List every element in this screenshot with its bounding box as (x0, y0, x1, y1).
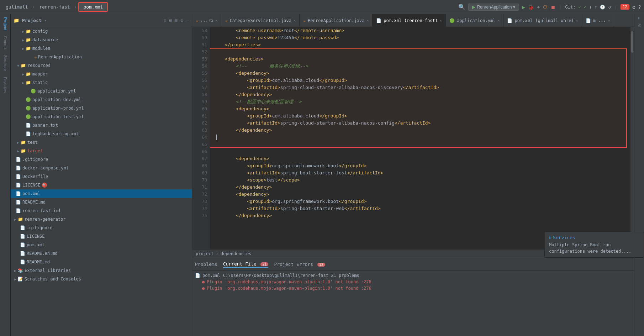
tab-renren-app[interactable]: ☕ RenrenApplication.java ✕ (300, 14, 373, 27)
tree-label-config: config (32, 29, 48, 34)
tab-app-yml[interactable]: 🟢 application.yml ✕ (446, 14, 503, 27)
tree-item-gen-license[interactable]: 📄 LICENSE (11, 232, 192, 241)
tree-item-readme-en[interactable]: 📄 README.en.md (11, 249, 192, 258)
code-line-22: <scope>test</scope> (213, 177, 630, 184)
tree-label-gen-readme: README.md (27, 259, 50, 264)
gradle-icon[interactable]: ≡ (637, 17, 642, 19)
error-badge[interactable]: 12 (621, 4, 629, 10)
tab-problems[interactable]: Problems (195, 261, 217, 268)
search-icon[interactable]: 🔍 (458, 4, 465, 10)
tree-item-readme[interactable]: 📄 README.md (11, 198, 192, 206)
tab-pom-fast[interactable]: 📄 pom.xml (renren-fast) ✕ (373, 14, 446, 27)
docker-icon-dockerfile: 📄 (16, 174, 21, 179)
coverage-button[interactable]: ☂ (537, 4, 540, 10)
git-rollback[interactable]: ↺ (608, 5, 611, 10)
tree-item-test[interactable]: ▶ 📁 test (11, 138, 192, 147)
structure-icon[interactable]: Structure (3, 55, 7, 71)
tab-ra[interactable]: ☕ ...ra ✕ (192, 14, 221, 27)
tree-label-logback: logback-spring.xml (32, 131, 79, 136)
tree-item-gen-readme[interactable]: 📄 README.md (11, 258, 192, 266)
code-line-15: </dependency> (213, 127, 630, 134)
close-icon-tab6[interactable]: ✕ (576, 19, 578, 22)
tree-item-scratches[interactable]: ▶ 📝 Scratches and Consoles (11, 275, 192, 283)
vertical-scrollbar[interactable] (630, 27, 634, 249)
locate-icon[interactable]: ⊙ (164, 18, 167, 23)
help-icon[interactable]: ? (638, 4, 641, 10)
commit-icon[interactable]: Commit (3, 36, 7, 49)
xml-icon-pom: 📄 (16, 191, 21, 196)
tree-item-license[interactable]: 📄 LICENSE 🔍 (11, 181, 192, 189)
arrow-modules: ▶ (21, 47, 26, 51)
close-icon[interactable]: — (186, 18, 189, 23)
tree-item-config[interactable]: ▶ 📁 config (11, 27, 192, 36)
maven-icon[interactable]: M (637, 23, 642, 27)
tab-current-file[interactable]: Current File 21 (223, 261, 269, 268)
tree-item-logback[interactable]: 📄 logback-spring.xml (11, 130, 192, 138)
tree-item-pomxml[interactable]: 📄 pom.xml (11, 189, 192, 198)
close-icon-tab7[interactable]: ✕ (608, 19, 610, 22)
scrollbar-thumb[interactable] (631, 31, 633, 53)
tab-pom-ware[interactable]: 📄 pom.xml (gulimall-ware) ✕ (503, 14, 582, 27)
tree-item-static[interactable]: ▶ 📁 static (11, 78, 192, 87)
expand-icon[interactable]: ⊞ (175, 18, 178, 23)
tree-item-docker-compose[interactable]: 📄 docker-compose.yml (11, 164, 192, 172)
tree-item-generator[interactable]: ▶ 📁 renren-generator (11, 215, 192, 224)
tab-m-dots[interactable]: 📄 m ... ✕ (582, 14, 614, 27)
debug-button[interactable]: 🐞 (528, 4, 534, 10)
tree-item-app-yml[interactable]: ▶ 🟢 application.yml (11, 87, 192, 95)
git-check1[interactable]: ✓ (578, 5, 581, 10)
code-line-1: <remote-username>root</remote-username> (213, 27, 630, 34)
xml-icon-tab6: 📄 (507, 18, 512, 23)
close-icon-tab1[interactable]: ✕ (215, 19, 217, 22)
license-icon-gen: 📄 (20, 234, 25, 239)
arrow-datasource: ▶ (21, 38, 26, 42)
collapse-icon[interactable]: ⊟ (169, 18, 172, 23)
error-text-1: Plugin 'org.codehaus.mojo:wagon-maven-pl… (207, 279, 371, 284)
tab-project-errors[interactable]: Project Errors 12 (274, 261, 325, 268)
git-update[interactable]: ↓ (589, 5, 592, 10)
profile-button[interactable]: ⏱ (543, 4, 548, 10)
tree-item-dockerfile[interactable]: 📄 Dockerfile (11, 172, 192, 181)
gear-icon[interactable]: ⚙ (180, 18, 183, 23)
stop-button[interactable]: ⏹ (550, 4, 555, 10)
tree-item-banner[interactable]: 📄 banner.txt (11, 121, 192, 130)
folder-icon-test: 📁 (21, 140, 26, 145)
run-config-button[interactable]: ▶ RenrenApplication ▾ (468, 4, 519, 11)
run-button[interactable]: ▶ (522, 4, 525, 10)
tree-item-target[interactable]: ▶ 📁 target (11, 147, 192, 155)
tree-item-gitignore[interactable]: 📄 .gitignore (11, 155, 192, 164)
tree-item-app-dev-yml[interactable]: 🟢 application-dev.yml (11, 95, 192, 104)
code-line-8: <groupId>com.alibaba.cloud</groupId> (213, 77, 630, 84)
tree-item-app-prod-yml[interactable]: 🟢 application-prod.yml (11, 104, 192, 112)
tree-item-resources[interactable]: ▼ 📁 resources (11, 61, 192, 70)
xml-icon-tab4: 📄 (376, 18, 381, 23)
tab-category[interactable]: ☕ CategoryServiceImpl.java ✕ (221, 14, 300, 27)
close-icon-tab5[interactable]: ✕ (497, 19, 500, 22)
git-history[interactable]: 🕐 (600, 5, 605, 10)
tree-label-readme-en: README.en.md (27, 251, 58, 256)
close-icon-tab4[interactable]: ✕ (440, 19, 442, 22)
tab-project-errors-label: Project Errors (274, 262, 313, 267)
tree-item-app-test-yml[interactable]: 🟢 application-test.yml (11, 112, 192, 121)
docker-icon-compose: 📄 (16, 166, 21, 170)
tree-item-ext-libs[interactable]: ▶ 📚 External Libraries (11, 266, 192, 275)
tree-label-banner: banner.txt (32, 123, 58, 128)
tree-item-gen-gitignore[interactable]: 📄 .gitignore (11, 224, 192, 232)
close-icon-tab3[interactable]: ✕ (366, 19, 369, 22)
tree-item-renren-app[interactable]: ▶ ☕ RenrenApplication (11, 53, 192, 61)
tree-item-gen-pom[interactable]: 📄 pom.xml (11, 241, 192, 249)
title-bar-actions: 🔍 ▶ RenrenApplication ▾ ▶ 🐞 ☂ ⏱ ⏹ | Git:… (458, 4, 641, 11)
favorites-icon[interactable]: Favorites (3, 77, 7, 93)
code-line-24: <dependency> (213, 191, 630, 198)
git-push[interactable]: ↑ (595, 5, 597, 10)
tree-item-iml[interactable]: 📄 renren-fast.iml (11, 206, 192, 215)
git-check2[interactable]: ✓ (584, 5, 586, 10)
tree-item-modules[interactable]: ▶ 📁 modules (11, 44, 192, 53)
close-icon-tab2[interactable]: ✕ (294, 19, 296, 22)
settings-icon[interactable]: ⚙ (632, 4, 635, 10)
code-content[interactable]: <remote-username>root</remote-username> … (210, 27, 630, 249)
project-icon[interactable]: Project (3, 17, 7, 30)
tree-item-mapper[interactable]: ▶ 📁 mapper (11, 70, 192, 78)
error-row-2: ● Plugin 'org.codehaus.mojo:wagon-maven-… (195, 285, 631, 292)
tree-item-datasource[interactable]: ▶ 📁 datasource (11, 36, 192, 44)
